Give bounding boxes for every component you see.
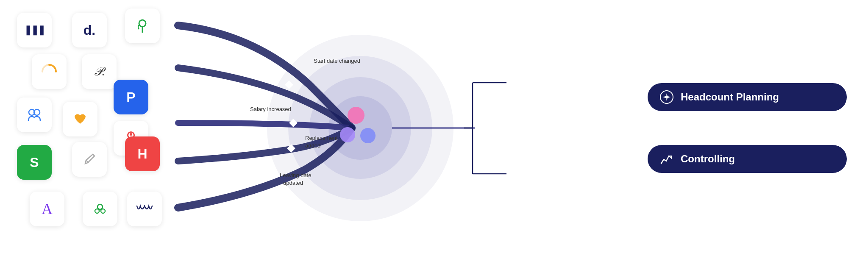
label-leaving2: updated xyxy=(283,180,303,186)
svg-point-20 xyxy=(348,107,364,124)
svg-point-10 xyxy=(95,209,99,213)
label-replacement2: added xyxy=(305,142,320,149)
label-replacement: Replacement xyxy=(305,135,338,141)
svg-marker-29 xyxy=(663,96,670,98)
connector-lines xyxy=(464,0,655,256)
controlling-button[interactable]: Controlling xyxy=(648,145,847,173)
logo-card-sage[interactable]: S xyxy=(17,145,52,180)
page-container: ❚❚❚ d. 𝒫. P S xyxy=(0,0,868,256)
logo-card-hearth[interactable] xyxy=(63,102,97,136)
label-start-date: Start date changed xyxy=(314,58,360,64)
svg-point-9 xyxy=(97,204,103,209)
logo-card-deel[interactable]: d. xyxy=(72,13,107,47)
logo-card-workday[interactable] xyxy=(32,54,67,89)
compass-icon xyxy=(659,90,674,104)
output-section: Headcount Planning Controlling xyxy=(648,0,868,256)
logo-card-personio[interactable]: 𝒫. xyxy=(82,54,117,89)
headcount-planning-label: Headcount Planning xyxy=(681,91,779,103)
svg-marker-7 xyxy=(85,154,95,164)
flow-diagram: Start date changed Salary increased Repl… xyxy=(127,0,509,256)
controlling-label: Controlling xyxy=(681,153,735,165)
logo-card-rippling[interactable]: ❚❚❚ xyxy=(17,13,52,47)
chart-icon xyxy=(659,152,674,166)
svg-point-22 xyxy=(360,128,376,143)
svg-point-21 xyxy=(340,127,355,142)
logo-card-rippling-hr[interactable] xyxy=(17,97,52,132)
headcount-planning-button[interactable]: Headcount Planning xyxy=(648,83,847,111)
logo-card-greenhouse[interactable] xyxy=(83,192,117,226)
logo-card-typeform[interactable]: A xyxy=(30,192,64,226)
logo-card-pencil[interactable] xyxy=(72,142,107,177)
label-leaving: Leaving date xyxy=(280,172,311,178)
label-salary: Salary increased xyxy=(250,106,291,112)
svg-point-11 xyxy=(101,209,105,213)
